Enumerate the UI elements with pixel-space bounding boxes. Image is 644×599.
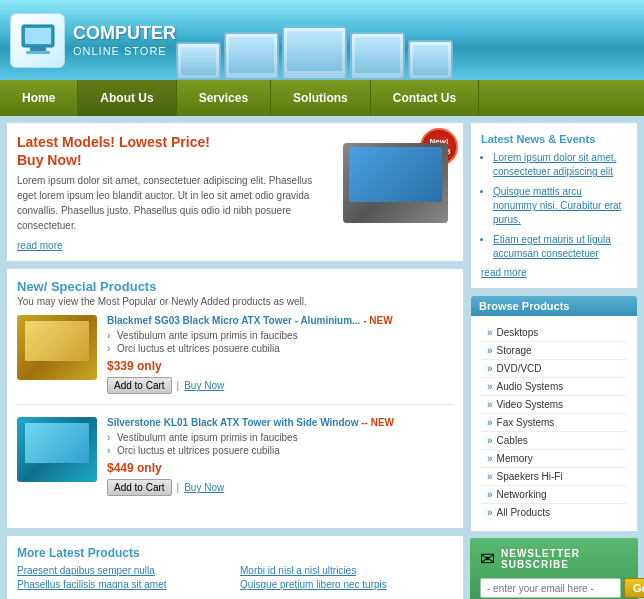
- hero-title: Latest Models! Lowest Price! Buy Now!: [17, 133, 333, 169]
- products-title: New/ Special Products: [17, 279, 453, 294]
- more-link-1[interactable]: Praesent dapibus semper nulla: [17, 565, 230, 576]
- news-list: Lorem ipsum dolor sit amet, consectetuer…: [481, 151, 627, 261]
- news-item-2: Quisque mattis arcu nonummy nisi. Curabi…: [493, 185, 627, 227]
- product-name-2: Silverstone KL01 Black ATX Tower with Si…: [107, 417, 453, 428]
- add-to-cart-2[interactable]: Add to Cart: [107, 479, 172, 496]
- browse-arrow-8: »: [487, 453, 493, 464]
- product-feature-1-1: Vestibulum ante ipsum primis in faucibes: [107, 330, 453, 341]
- hero-section: Latest Models! Lowest Price! Buy Now! Lo…: [6, 122, 464, 262]
- product-info-1: Blackmef SG03 Black Micro ATX Tower - Al…: [107, 315, 453, 394]
- news-item-3: Etiam eget mauris ut ligula accumsan con…: [493, 233, 627, 261]
- header: COMPUTER ONLINE STORE: [0, 0, 644, 80]
- browse-arrow-3: »: [487, 363, 493, 374]
- browse-cables[interactable]: » Cables: [481, 432, 627, 450]
- browse-arrow-6: »: [487, 417, 493, 428]
- newsletter-title: NEWSLETTER SUBSCRIBE: [501, 548, 628, 570]
- more-col-2: Morbi id nisl a nisl ultricies Quisque p…: [240, 565, 453, 593]
- nav-about[interactable]: About Us: [78, 80, 176, 116]
- product-feature-2-2: Orci luctus et ultrices posuere cubilia: [107, 445, 453, 456]
- special-products-panel: New/ Special Products You may view the M…: [6, 268, 464, 529]
- left-column: Latest Models! Lowest Price! Buy Now! Lo…: [6, 122, 464, 599]
- browse-arrow-4: »: [487, 381, 493, 392]
- news-item-1: Lorem ipsum dolor sit amet, consectetuer…: [493, 151, 627, 179]
- more-col-1: Praesent dapibus semper nulla Phasellus …: [17, 565, 230, 593]
- logo-online-store: ONLINE STORE: [73, 45, 176, 57]
- product-price-2: $449 only: [107, 461, 453, 475]
- monitor-5: [408, 40, 453, 80]
- product-price-1: $339 only: [107, 359, 453, 373]
- browse-storage[interactable]: » Storage: [481, 342, 627, 360]
- monitor-4: [350, 32, 405, 80]
- hero-title-sub: Buy Now!: [17, 152, 82, 168]
- browse-arrow-10: »: [487, 489, 493, 500]
- browse-speakers[interactable]: » Spaekers Hi-Fi: [481, 468, 627, 486]
- more-link-4[interactable]: Quisque pretium libero nec turpis: [240, 579, 453, 590]
- nav-home[interactable]: Home: [0, 80, 78, 116]
- browse-title: Browse Products: [471, 296, 637, 316]
- product-feature-1-2: Orci luctus et ultrices posuere cubilia: [107, 343, 453, 354]
- browse-arrow-5: »: [487, 399, 493, 410]
- newsletter-form: Go!: [480, 578, 628, 598]
- svg-rect-3: [26, 51, 50, 54]
- products-sub: You may view the Most Popular or Newly A…: [17, 296, 453, 307]
- product-actions-2: Add to Cart | Buy Now: [107, 479, 453, 496]
- browse-dvd[interactable]: » DVD/VCD: [481, 360, 627, 378]
- newsletter-submit-button[interactable]: Go!: [624, 578, 644, 598]
- browse-arrow-7: »: [487, 435, 493, 446]
- newsletter-email-input[interactable]: [480, 578, 621, 598]
- browse-list: » Desktops » Storage » DVD/VCD » Audio S…: [481, 324, 627, 521]
- newsletter-panel: ✉ NEWSLETTER SUBSCRIBE Go!: [470, 538, 638, 599]
- svg-rect-1: [25, 28, 51, 44]
- product-thumb-2: [17, 417, 97, 482]
- header-monitors: [176, 0, 453, 80]
- add-to-cart-1[interactable]: Add to Cart: [107, 377, 172, 394]
- monitor-1: [176, 42, 221, 80]
- browse-panel: Browse Products » Desktops » Storage » D…: [470, 295, 638, 532]
- browse-arrow-11: »: [487, 507, 493, 518]
- browse-arrow-9: »: [487, 471, 493, 482]
- logo-icon: [10, 13, 65, 68]
- browse-memory[interactable]: » Memory: [481, 450, 627, 468]
- browse-fax[interactable]: » Fax Systems: [481, 414, 627, 432]
- product-info-2: Silverstone KL01 Black ATX Tower with Si…: [107, 417, 453, 496]
- browse-audio[interactable]: » Audio Systems: [481, 378, 627, 396]
- logo-area: COMPUTER ONLINE STORE: [10, 13, 176, 68]
- news-panel: Latest News & Events Lorem ipsum dolor s…: [470, 122, 638, 289]
- browse-video[interactable]: » Video Systems: [481, 396, 627, 414]
- news-title: Latest News & Events: [481, 133, 627, 145]
- navigation: Home About Us Services Solutions Contact…: [0, 80, 644, 116]
- browse-networking[interactable]: » Networking: [481, 486, 627, 504]
- right-column: Latest News & Events Lorem ipsum dolor s…: [470, 122, 638, 599]
- more-link-3[interactable]: Morbi id nisl a nisl ultricies: [240, 565, 453, 576]
- hero-read-more[interactable]: read more: [17, 240, 63, 251]
- news-read-more[interactable]: read more: [481, 267, 627, 278]
- product-feature-2-1: Vestibulum ante ipsum primis in faucibes: [107, 432, 453, 443]
- product-actions-1: Add to Cart | Buy Now: [107, 377, 453, 394]
- newsletter-header: ✉ NEWSLETTER SUBSCRIBE: [480, 548, 628, 570]
- monitor-2: [224, 32, 279, 80]
- logo-text: COMPUTER ONLINE STORE: [73, 23, 176, 57]
- hero-text: Latest Models! Lowest Price! Buy Now! Lo…: [17, 133, 333, 251]
- hero-title-main: Latest Models! Lowest Price!: [17, 134, 210, 150]
- more-products-links: Praesent dapibus semper nulla Phasellus …: [17, 565, 453, 593]
- hero-body: Lorem ipsum dolor sit amet, consectetuer…: [17, 173, 333, 233]
- buy-now-2[interactable]: Buy Now: [184, 482, 224, 493]
- hero-image: New! L-SC8: [343, 133, 453, 251]
- product-thumb-1: [17, 315, 97, 380]
- monitor-3: [282, 26, 347, 80]
- nav-services[interactable]: Services: [177, 80, 271, 116]
- more-link-2[interactable]: Phasellus facilisis magna sit amet: [17, 579, 230, 590]
- logo-computer: COMPUTER: [73, 23, 176, 45]
- browse-arrow-2: »: [487, 345, 493, 356]
- product-item-1: Blackmef SG03 Black Micro ATX Tower - Al…: [17, 315, 453, 405]
- nav-solutions[interactable]: Solutions: [271, 80, 371, 116]
- browse-all[interactable]: » All Products: [481, 504, 627, 521]
- main-content: Latest Models! Lowest Price! Buy Now! Lo…: [0, 116, 644, 599]
- buy-now-1[interactable]: Buy Now: [184, 380, 224, 391]
- envelope-icon: ✉: [480, 548, 495, 570]
- more-products-title: More Latest Products: [17, 546, 453, 560]
- browse-desktops[interactable]: » Desktops: [481, 324, 627, 342]
- nav-contact[interactable]: Contact Us: [371, 80, 479, 116]
- hero-laptop: [343, 143, 448, 223]
- product-item-2: Silverstone KL01 Black ATX Tower with Si…: [17, 417, 453, 506]
